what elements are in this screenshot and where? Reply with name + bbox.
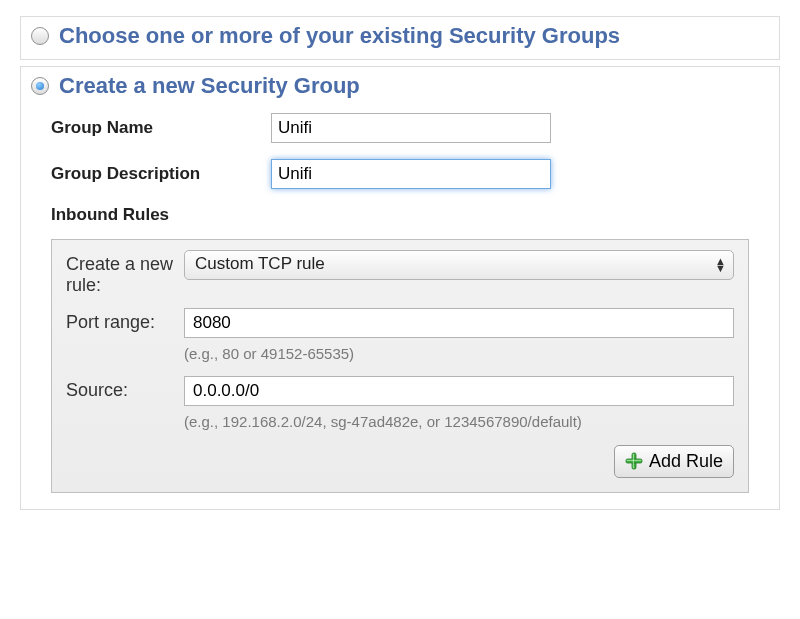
label-group-description: Group Description [51, 164, 271, 184]
input-group-description[interactable] [271, 159, 551, 189]
section-header-create-new[interactable]: Create a new Security Group [31, 73, 769, 99]
select-rule-type-value: Custom TCP rule [184, 250, 734, 280]
label-new-rule: Create a new rule: [66, 250, 184, 296]
input-source[interactable] [184, 376, 734, 406]
title-choose-existing: Choose one or more of your existing Secu… [59, 23, 620, 49]
input-group-name[interactable] [271, 113, 551, 143]
hint-port-range: (e.g., 80 or 49152-65535) [184, 344, 734, 364]
plus-icon [625, 452, 643, 470]
svg-rect-3 [627, 460, 641, 461]
row-add-rule-button: Add Rule [66, 445, 734, 478]
label-group-name: Group Name [51, 118, 271, 138]
label-port-range: Port range: [66, 308, 184, 333]
inbound-rules-panel: Create a new rule: Custom TCP rule ▲▼ Po… [51, 239, 749, 493]
radio-choose-existing[interactable] [31, 27, 49, 45]
add-rule-button-label: Add Rule [649, 451, 723, 472]
select-rule-type[interactable]: Custom TCP rule ▲▼ [184, 250, 734, 280]
row-rule-type: Create a new rule: Custom TCP rule ▲▼ [66, 250, 734, 296]
section-choose-existing: Choose one or more of your existing Secu… [20, 16, 780, 60]
row-source: Source: (e.g., 192.168.2.0/24, sg-47ad48… [66, 376, 734, 432]
input-port-range[interactable] [184, 308, 734, 338]
row-port-range: Port range: (e.g., 80 or 49152-65535) [66, 308, 734, 364]
label-inbound-rules: Inbound Rules [51, 205, 749, 225]
create-new-form: Group Name Group Description Inbound Rul… [31, 99, 769, 499]
title-create-new: Create a new Security Group [59, 73, 360, 99]
section-create-new: Create a new Security Group Group Name G… [20, 66, 780, 510]
add-rule-button[interactable]: Add Rule [614, 445, 734, 478]
row-group-description: Group Description [51, 159, 749, 189]
row-group-name: Group Name [51, 113, 749, 143]
section-header-choose-existing[interactable]: Choose one or more of your existing Secu… [31, 23, 769, 49]
hint-source: (e.g., 192.168.2.0/24, sg-47ad482e, or 1… [184, 412, 734, 432]
radio-create-new[interactable] [31, 77, 49, 95]
label-source: Source: [66, 376, 184, 401]
